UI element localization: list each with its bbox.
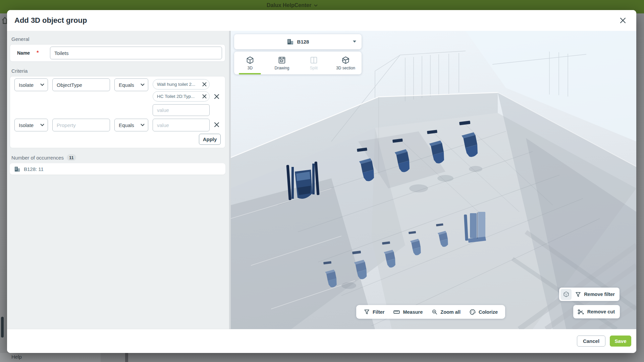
zoom-all-button[interactable]: Zoom all	[431, 309, 461, 315]
criteria-row: Isolate Equals	[14, 119, 221, 131]
3d-viewport[interactable]	[231, 31, 636, 329]
3d-viewer: B128 3D	[231, 31, 636, 329]
drawing-icon	[278, 56, 286, 64]
ruler-icon	[393, 308, 400, 315]
building-icon	[287, 38, 294, 45]
magnifier-icon	[431, 309, 438, 315]
tool-label: Measure	[403, 309, 423, 315]
value-input[interactable]	[153, 119, 210, 131]
value-chip: HC Toilet 2D:Typ...	[153, 91, 210, 102]
general-section-label: General	[11, 36, 225, 42]
chevron-down-icon	[314, 4, 318, 7]
dialog-footer: Cancel Save	[7, 329, 636, 353]
dropdown-arrow-icon	[353, 41, 356, 43]
measure-button[interactable]: Measure	[393, 308, 423, 315]
apply-button[interactable]: Apply	[199, 134, 221, 145]
cube-icon	[563, 291, 570, 298]
chevron-down-icon	[141, 124, 145, 126]
dialog-header: Add 3D object group	[7, 10, 636, 31]
value-chip: Wall hung toilet 2...	[153, 79, 210, 89]
criteria-section-label: Criteria	[11, 68, 225, 74]
remove-chip-icon[interactable]	[202, 82, 207, 86]
model-selector-value: B128	[297, 39, 309, 45]
page-app-title: Dalux HelpCenter	[267, 2, 318, 8]
tab-label: Split	[310, 66, 318, 70]
action-select[interactable]: Isolate	[14, 78, 48, 91]
property-input[interactable]	[52, 78, 110, 91]
help-link: Help	[11, 354, 22, 360]
remove-filter-label: Remove filter	[584, 292, 615, 297]
criteria-card: Isolate Equals Wall hung toilet 2...	[10, 76, 225, 148]
value-chips-column: Wall hung toilet 2... HC Toilet 2D:Typ..…	[153, 78, 210, 116]
tab-label: 3D section	[336, 66, 355, 70]
tab-label: Drawing	[274, 66, 289, 70]
required-asterisk: *	[37, 50, 50, 56]
tab-split: Split	[298, 52, 330, 74]
value-input[interactable]	[153, 104, 210, 116]
remove-criteria-row-icon[interactable]	[214, 94, 219, 99]
property-input[interactable]	[52, 119, 110, 131]
tab-3d-section[interactable]: 3D section	[330, 52, 362, 74]
cancel-button[interactable]: Cancel	[577, 336, 605, 347]
operator-select-value: Equals	[119, 122, 134, 128]
operator-select[interactable]: Equals	[114, 119, 148, 131]
model-selector[interactable]: B128	[234, 34, 362, 49]
occurrences-label: Number of occurrences 11	[11, 154, 225, 161]
tab-label: 3D	[248, 66, 253, 70]
viewer-toolbar: Filter Measure Zoom all	[356, 305, 505, 319]
filter-button[interactable]: Filter	[364, 309, 384, 315]
cube-view-button[interactable]	[560, 289, 572, 300]
tool-label: Colorize	[479, 309, 498, 315]
backdrop-strip	[125, 353, 128, 362]
view-tabs: 3D Drawing Split	[234, 52, 362, 74]
tool-label: Zoom all	[440, 309, 461, 315]
criteria-row: Isolate Equals Wall hung toilet 2...	[14, 78, 221, 116]
action-select-value: Isolate	[19, 82, 34, 88]
cube-section-icon	[341, 56, 350, 64]
remove-cut-button[interactable]: Remove cut	[573, 305, 620, 318]
remove-filter-button[interactable]: Remove filter	[575, 291, 615, 298]
filter-icon	[575, 291, 581, 298]
name-input[interactable]	[50, 47, 222, 59]
occurrence-item-label: B128: 11	[24, 166, 44, 172]
tab-3d[interactable]: 3D	[234, 52, 266, 74]
close-button[interactable]	[618, 16, 628, 25]
action-select-value: Isolate	[19, 122, 34, 128]
save-button[interactable]: Save	[610, 336, 631, 347]
colorize-button[interactable]: Colorize	[469, 309, 498, 315]
tool-label: Filter	[373, 309, 384, 315]
add-3d-object-group-dialog: Add 3D object group General Name * Crite…	[7, 10, 636, 353]
remove-cut-label: Remove cut	[587, 309, 615, 314]
occurrences-count-badge: 11	[67, 154, 76, 161]
scissors-icon	[577, 308, 584, 315]
value-chip-label: HC Toilet 2D:Typ...	[157, 94, 195, 99]
occurrences-label-text: Number of occurrences	[11, 155, 64, 161]
cube-icon	[246, 56, 254, 64]
building-icon	[14, 166, 20, 172]
split-view-icon	[310, 56, 318, 64]
filter-icon	[364, 309, 370, 315]
remove-filter-card: Remove filter	[559, 288, 620, 301]
chevron-down-icon	[141, 83, 145, 86]
tab-drawing[interactable]: Drawing	[266, 52, 298, 74]
name-card: Name *	[10, 44, 225, 62]
action-select[interactable]: Isolate	[14, 119, 48, 131]
value-chip-label: Wall hung toilet 2...	[157, 82, 195, 87]
dialog-title: Add 3D object group	[14, 16, 618, 25]
form-panel: General Name * Criteria Isolate Equals	[7, 31, 229, 329]
page-app-title-text: Dalux HelpCenter	[267, 2, 311, 8]
palette-icon	[469, 309, 476, 315]
operator-select-value: Equals	[119, 82, 134, 88]
name-label: Name	[17, 50, 37, 56]
occurrence-item[interactable]: B128: 11	[10, 163, 225, 175]
remove-criteria-row-icon[interactable]	[214, 122, 219, 127]
chevron-down-icon	[40, 124, 44, 126]
close-icon	[620, 17, 626, 23]
chevron-down-icon	[40, 83, 44, 86]
remove-chip-icon[interactable]	[202, 94, 207, 99]
operator-select[interactable]: Equals	[114, 78, 148, 91]
side-panel-handle	[1, 317, 4, 338]
